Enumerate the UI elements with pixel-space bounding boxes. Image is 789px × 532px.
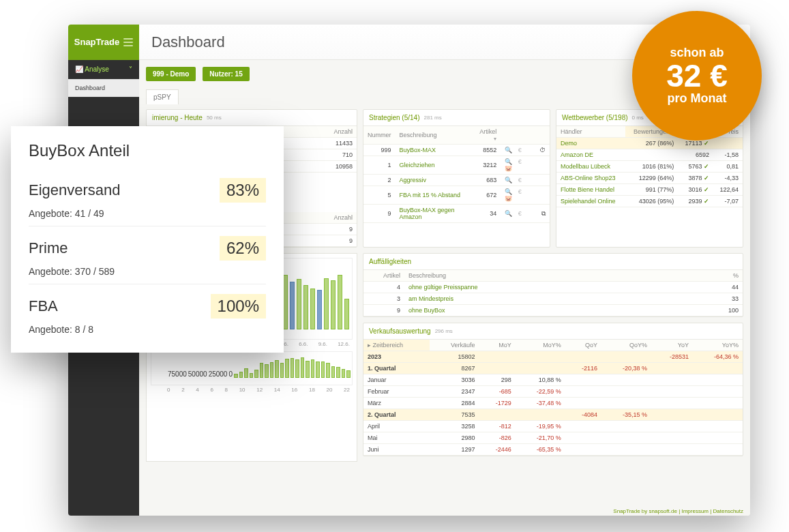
footer-datenschutz-link[interactable]: Datenschutz	[713, 508, 743, 514]
chart-bar	[306, 361, 310, 378]
chart-bar	[324, 278, 329, 329]
th-zeit[interactable]: ▸ Zeitbereich	[363, 340, 430, 351]
badge-line3: pro Monat	[668, 91, 727, 106]
table-row[interactable]: 1. Quartal 8267 -2116-20,38 %	[363, 363, 743, 374]
panel-strategien-header: Strategien (5/14) 281 ms	[363, 110, 550, 126]
panel-opt-title: imierung - Heute	[152, 114, 203, 121]
buybox-sub: Angebote: 41 / 49	[29, 208, 266, 219]
table-row[interactable]: Mai 2980 -826-21,70 %	[363, 432, 743, 444]
search-icon[interactable]: 🔍 €	[501, 145, 535, 156]
chart-bar	[321, 361, 325, 378]
buybox-row: FBA 100%	[29, 284, 266, 319]
menu-icon[interactable]	[123, 38, 133, 46]
panel-optimierung-header: imierung - Heute 50 ms	[147, 110, 357, 126]
price-badge: schon ab 32 € pro Monat	[632, 11, 762, 141]
strat-table: Nummer Beschreibung Artikel 999BuyBox-MA…	[363, 126, 550, 223]
chart-bar	[275, 360, 279, 378]
th-verk[interactable]: Verkäufe	[430, 340, 479, 351]
chart-bar	[344, 299, 349, 329]
table-row[interactable]: 2023 15802 -28531-64,36 %	[363, 351, 743, 363]
comp-title: Wettbewerber (5/198)	[562, 114, 628, 121]
chart-bar	[291, 358, 295, 378]
buybox-title: BuyBox Anteil	[29, 141, 266, 160]
chart-bar	[346, 370, 351, 378]
chart-bar	[317, 290, 322, 329]
sales-header: Verkaufsauswertung 296 ms	[363, 323, 743, 340]
chart-bar	[331, 366, 336, 378]
search-icon[interactable]: 🔍 € 🐷	[501, 156, 535, 175]
table-row[interactable]: 2Aggressiv683🔍 €	[363, 175, 550, 186]
buybox-row: Eigenversand 83%	[29, 168, 266, 203]
table-row[interactable]: 5FBA mit 15 % Abstand672🔍 € 🐷	[363, 186, 550, 205]
buybox-label: Prime	[29, 239, 68, 257]
footer-impressum-link[interactable]: Impressum	[681, 508, 709, 514]
th-moyp[interactable]: MoY%	[516, 340, 565, 351]
th-haendler[interactable]: Händler	[556, 126, 625, 138]
table-row[interactable]: Amazon DE6592 -1,58	[556, 149, 743, 161]
sidebar-item-analyse[interactable]: 📈 Analyse ˅	[68, 60, 139, 79]
tag-demo[interactable]: 999 - Demo	[146, 67, 196, 81]
sidebar-analyse-label: Analyse	[85, 65, 109, 73]
table-row[interactable]: 999BuyBox-MAX8552🔍 € ⏱	[363, 145, 550, 156]
chart-bar	[283, 275, 288, 329]
table-row[interactable]: April 3258 -812-19,95 %	[363, 421, 743, 432]
table-row[interactable]: Februar 2347 -685-22,59 %	[363, 386, 743, 398]
th-nummer[interactable]: Nummer	[363, 126, 396, 145]
issues-table: Artikel Beschreibung % 4ohne gültige Pre…	[363, 270, 743, 316]
chart-bar	[270, 362, 274, 378]
table-row[interactable]: 4ohne gültige Preisspanne44	[363, 282, 743, 293]
page-title: Dashboard	[151, 33, 696, 51]
table-row[interactable]: Modellbau Lübeck1016 (81%)5763 ✓0,81	[556, 161, 743, 173]
chart-bar	[311, 359, 315, 378]
buybox-sub: Angebote: 8 / 8	[29, 324, 266, 335]
chart-bar	[244, 368, 248, 378]
search-icon[interactable]: 🔍 €	[501, 205, 535, 223]
table-row[interactable]: 9ohne BuyBox100	[363, 305, 743, 316]
table-row[interactable]: Juni 1297 -2446-65,35 %	[363, 444, 743, 456]
sidebar-item-dashboard[interactable]: Dashboard	[68, 79, 139, 98]
table-row[interactable]: 1Gleichziehen3212🔍 € 🐷	[363, 156, 550, 175]
table-row[interactable]: 2. Quartal 7535 -4084-35,15 %	[363, 409, 743, 421]
chart-bar	[326, 363, 330, 378]
chart-bar	[234, 374, 238, 378]
comp-latency: 0 ms	[632, 115, 644, 121]
table-row[interactable]: März 2884 -1729-37,48 %	[363, 398, 743, 409]
th-iss-pct[interactable]: %	[709, 270, 743, 282]
th-iss-besch[interactable]: Beschreibung	[404, 270, 709, 282]
table-row[interactable]: Flotte Biene Handel991 (77%)3016 ✓122,64	[556, 184, 743, 196]
chart-bar	[295, 359, 299, 378]
buybox-percent: 100%	[211, 294, 266, 319]
table-row[interactable]: 9BuyBox-MAX gegen Amazon34🔍 € ⧉	[363, 205, 550, 223]
search-icon[interactable]: 🔍 € 🐷	[501, 186, 535, 205]
table-row[interactable]: Demo267 (86%)17113 ✓	[556, 138, 743, 149]
th-besch[interactable]: Beschreibung	[396, 126, 473, 145]
th-moy[interactable]: MoY	[479, 340, 516, 351]
th-yoy[interactable]: YoY	[651, 340, 693, 351]
th-artikel[interactable]: Artikel	[472, 126, 501, 145]
table-row[interactable]: 3am Mindestpreis33	[363, 293, 743, 305]
strat-latency: 281 ms	[424, 115, 442, 121]
table-row[interactable]: Spielehandel Online43026 (95%)2939 ✓-7,0…	[556, 196, 743, 207]
buybox-card: BuyBox Anteil Eigenversand 83% Angebote:…	[11, 126, 284, 353]
th-qoyp[interactable]: QoY%	[601, 340, 651, 351]
chart-bar	[303, 285, 308, 329]
th-yoyp[interactable]: YoY%	[693, 340, 743, 351]
panel-verkaufsauswertung: Verkaufsauswertung 296 ms ▸ Zeitbereich …	[363, 323, 743, 456]
sidebar-dashboard-label: Dashboard	[75, 85, 105, 91]
chart-bar	[310, 289, 315, 329]
th-iss-art[interactable]: Artikel	[363, 270, 404, 282]
buybox-percent: 83%	[220, 178, 266, 203]
th-qoy[interactable]: QoY	[565, 340, 601, 351]
search-icon[interactable]: 🔍 €	[501, 175, 535, 186]
chart-bar	[265, 364, 269, 378]
table-row[interactable]: Januar 3036 29810,88 %	[363, 374, 743, 386]
brand-logo[interactable]: SnapTrade	[68, 25, 139, 60]
table-row[interactable]: ABS-Online Shop2312299 (64%)3878 ✓-4,33	[556, 173, 743, 184]
tag-nutzer[interactable]: Nutzer: 15	[203, 67, 249, 81]
chart-bottom: 75000 50000 25000 0	[151, 351, 353, 385]
brand-text: SnapTrade	[74, 37, 119, 47]
chart-bar	[338, 275, 342, 329]
tab-pspy[interactable]: pSPY	[146, 89, 179, 104]
footer-snapsoft-link[interactable]: snapsoft.de	[649, 508, 677, 514]
chart-bar	[301, 357, 305, 378]
